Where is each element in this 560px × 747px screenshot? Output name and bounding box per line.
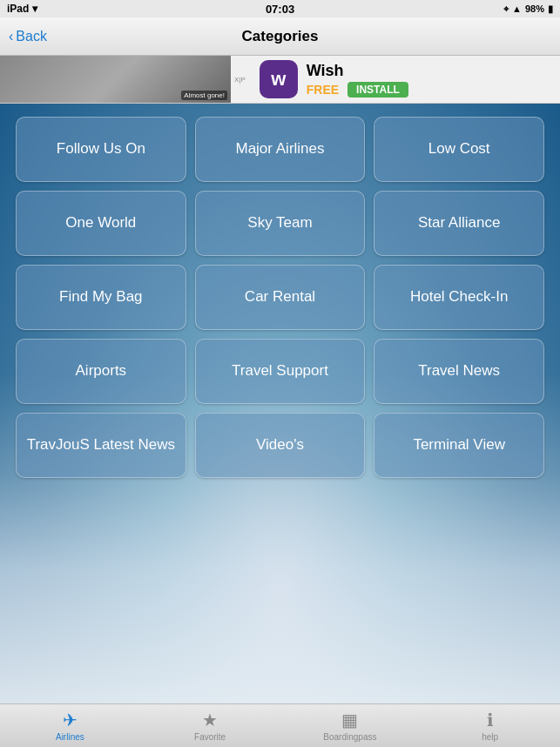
back-label: Back bbox=[16, 29, 47, 44]
tab-airlines[interactable]: ✈ Airlines bbox=[0, 704, 140, 747]
grid-btn-travjous-latest-news[interactable]: TravJouS Latest News bbox=[16, 413, 186, 478]
tab-bar: ✈ Airlines ★ Favorite ▦ Boardingpass ℹ h… bbox=[0, 703, 560, 747]
boardingpass-icon: ▦ bbox=[341, 710, 358, 730]
wifi-icon: ▲ bbox=[512, 3, 522, 14]
back-chevron-icon: ‹ bbox=[9, 29, 13, 44]
grid-btn-find-my-bag[interactable]: Find My Bag bbox=[16, 265, 186, 330]
favorite-icon: ★ bbox=[202, 710, 218, 730]
help-label: help bbox=[482, 732, 498, 742]
bluetooth-icon: ⌖ bbox=[503, 3, 509, 15]
grid-btn-car-rental[interactable]: Car Rental bbox=[195, 265, 366, 330]
wish-info: Wish FREE INSTALL bbox=[298, 62, 550, 98]
grid-btn-one-world[interactable]: One World bbox=[16, 191, 186, 256]
grid-btn-low-cost[interactable]: Low Cost bbox=[374, 117, 544, 182]
airlines-icon: ✈ bbox=[63, 710, 78, 730]
wish-title: Wish bbox=[307, 62, 550, 80]
wish-free-label: FREE bbox=[307, 83, 339, 97]
boardingpass-label: Boardingpass bbox=[323, 732, 376, 742]
grid-btn-follow-us-on[interactable]: Follow Us On bbox=[16, 117, 186, 182]
tab-help[interactable]: ℹ help bbox=[420, 704, 560, 747]
grid-btn-airports[interactable]: Airports bbox=[16, 339, 186, 404]
device-name: iPad bbox=[7, 3, 29, 15]
grid-btn-sky-team[interactable]: Sky Team bbox=[195, 191, 366, 256]
battery-icon: ▮ bbox=[548, 3, 553, 15]
ad-banner[interactable]: Almost gone! X|P w Wish FREE INSTALL bbox=[0, 56, 560, 104]
grid-btn-hotel-check-in[interactable]: Hotel Check-In bbox=[374, 265, 544, 330]
grid-btn-travel-news[interactable]: Travel News bbox=[374, 339, 544, 404]
battery-level: 98% bbox=[525, 3, 544, 14]
grid-btn-terminal-view[interactable]: Terminal View bbox=[374, 413, 544, 478]
page-title: Categories bbox=[242, 28, 319, 45]
wish-install-button[interactable]: INSTALL bbox=[347, 82, 408, 98]
grid-btn-travel-support[interactable]: Travel Support bbox=[195, 339, 366, 404]
tab-boardingpass[interactable]: ▦ Boardingpass bbox=[280, 704, 421, 747]
grid-btn-major-airlines[interactable]: Major Airlines bbox=[195, 117, 366, 182]
ad-wish-area: w Wish FREE INSTALL bbox=[249, 60, 560, 98]
ad-xip: X|P bbox=[231, 76, 249, 84]
grid-btn-star-alliance[interactable]: Star Alliance bbox=[374, 191, 544, 256]
ad-almost-gone-label: Almost gone! bbox=[181, 91, 227, 100]
status-bar: iPad ▾ 07:03 ⌖ ▲ 98% ▮ bbox=[0, 0, 560, 17]
category-grid: Follow Us On Major Airlines Low Cost One… bbox=[0, 104, 560, 491]
signal-icon: ▾ bbox=[32, 3, 37, 15]
wish-icon: w bbox=[260, 60, 298, 98]
back-button[interactable]: ‹ Back bbox=[9, 29, 47, 44]
help-icon: ℹ bbox=[487, 710, 494, 730]
favorite-label: Favorite bbox=[194, 732, 226, 742]
tab-favorite[interactable]: ★ Favorite bbox=[140, 704, 280, 747]
status-time: 07:03 bbox=[266, 3, 294, 16]
nav-bar: ‹ Back Categories bbox=[0, 17, 560, 56]
grid-btn-videos[interactable]: Video's bbox=[195, 413, 366, 478]
airlines-label: Airlines bbox=[56, 732, 84, 742]
ad-image: Almost gone! bbox=[0, 56, 231, 104]
